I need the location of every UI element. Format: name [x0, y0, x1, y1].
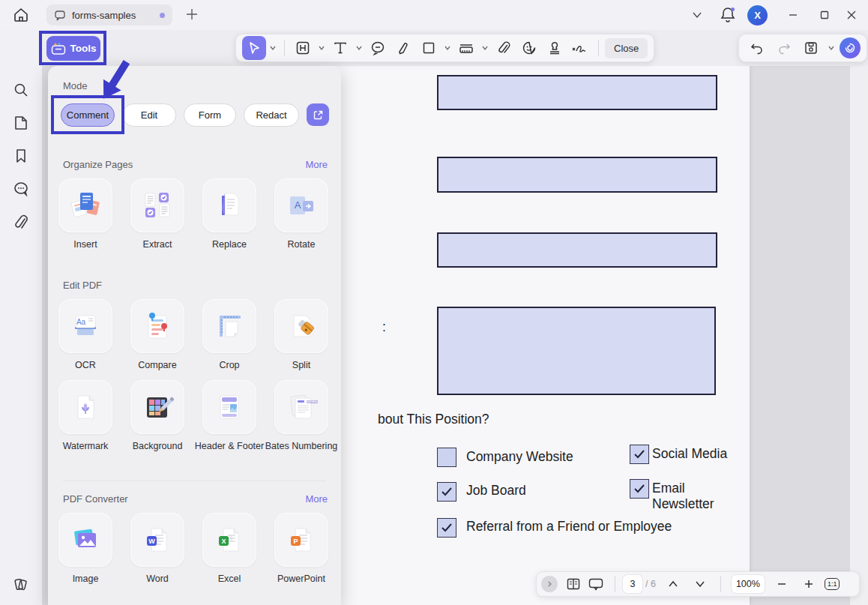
- checkbox-referral[interactable]: [437, 518, 456, 538]
- checkbox-label: Social Media: [652, 446, 727, 462]
- close-window-button[interactable]: [835, 0, 868, 30]
- chevron-down-icon: [695, 580, 705, 588]
- measure-tool-button[interactable]: [454, 36, 478, 60]
- bates-numbering-icon: 001123: [285, 391, 318, 424]
- mode-popout-button[interactable]: [307, 103, 329, 126]
- excel-icon: X: [213, 523, 246, 556]
- chevron-down-icon: [481, 44, 489, 52]
- user-avatar[interactable]: X: [747, 5, 768, 25]
- tool-bates-numbering[interactable]: 001123 Bates Numbering: [274, 380, 328, 453]
- undo-button[interactable]: [745, 36, 769, 60]
- tool-crop[interactable]: Crop: [202, 299, 256, 372]
- search-button[interactable]: [10, 79, 31, 100]
- presentation-button[interactable]: [585, 574, 607, 595]
- checkbox-email-newsletter[interactable]: [630, 479, 649, 499]
- checkbox-label: Email Newsletter: [652, 481, 750, 512]
- tool-insert[interactable]: Insert: [58, 178, 112, 251]
- form-text-field[interactable]: [437, 75, 717, 110]
- tool-ocr[interactable]: Aa OCR: [58, 299, 112, 372]
- attachment-button[interactable]: [492, 36, 516, 60]
- new-tab-button[interactable]: [184, 7, 199, 22]
- organize-more-link[interactable]: More: [305, 159, 328, 170]
- two-page-view-button[interactable]: [562, 574, 585, 595]
- checkbox-social-media[interactable]: [630, 445, 649, 464]
- close-toolbar-button[interactable]: Close: [605, 38, 648, 58]
- expand-bar-button[interactable]: [541, 576, 558, 592]
- save-chevron[interactable]: [826, 36, 837, 60]
- highlighter-button[interactable]: [391, 36, 415, 60]
- stamp-button[interactable]: [543, 36, 567, 60]
- highlight-heading-button[interactable]: [291, 36, 315, 60]
- bookmarks-button[interactable]: [10, 145, 31, 166]
- measure-tool-chevron[interactable]: [480, 36, 490, 60]
- tool-to-word[interactable]: W Word: [130, 513, 184, 586]
- quick-actions-toolbar: [738, 34, 867, 62]
- select-tool-button[interactable]: [242, 36, 266, 60]
- notifications-button[interactable]: [720, 6, 736, 24]
- highlighter-icon: [396, 40, 411, 55]
- replace-icon: [213, 189, 246, 222]
- page-thumbnails-button[interactable]: [10, 112, 31, 133]
- svg-text:P: P: [293, 538, 298, 545]
- form-text-field[interactable]: [437, 232, 717, 268]
- text-tool-button[interactable]: [328, 36, 352, 60]
- bell-icon: [720, 6, 736, 24]
- tool-to-excel[interactable]: X Excel: [202, 513, 256, 586]
- tool-background[interactable]: Background: [130, 380, 184, 453]
- shape-tool-chevron[interactable]: [442, 36, 453, 60]
- tool-split[interactable]: Split: [274, 299, 328, 372]
- mode-redact-button[interactable]: Redact: [244, 103, 299, 127]
- comments-panel-button[interactable]: [10, 178, 31, 199]
- home-icon: [12, 6, 30, 24]
- comment-toolbar: Close: [235, 34, 654, 62]
- chevron-down-icon: [828, 44, 835, 52]
- previous-page-button[interactable]: [662, 574, 684, 595]
- zoom-out-button[interactable]: [771, 574, 793, 595]
- save-button[interactable]: [799, 36, 823, 60]
- shape-tool-button[interactable]: [417, 36, 441, 60]
- svg-text:001123: 001123: [307, 400, 318, 404]
- mode-form-button[interactable]: Form: [184, 103, 236, 127]
- tool-watermark[interactable]: Watermark: [58, 380, 112, 453]
- page-number-input[interactable]: 3: [623, 575, 642, 593]
- titlebar: forms-samples X: [0, 0, 868, 30]
- checkbox-label: Referral from a Friend or Employee: [466, 519, 672, 535]
- form-text-field[interactable]: [437, 157, 717, 193]
- text-icon: [333, 40, 348, 55]
- attachments-panel-button[interactable]: [10, 211, 31, 232]
- ocr-icon: Aa: [69, 310, 102, 343]
- tool-header-footer[interactable]: Header & Footer: [202, 380, 256, 453]
- ai-assistant-button[interactable]: [840, 37, 861, 58]
- tool-compare[interactable]: Compare: [130, 299, 184, 372]
- pdf-converter-title: PDF Converter: [63, 493, 128, 505]
- heading-chevron[interactable]: [316, 36, 327, 60]
- tool-to-powerpoint[interactable]: P PowerPoint: [274, 513, 328, 586]
- text-tool-chevron[interactable]: [354, 36, 364, 60]
- checkbox-job-board[interactable]: [437, 482, 456, 502]
- theme-button[interactable]: [10, 574, 31, 595]
- form-textarea-field[interactable]: [437, 307, 716, 395]
- tool-rotate[interactable]: A Rotate: [274, 178, 328, 251]
- tool-replace[interactable]: Replace: [202, 178, 256, 251]
- minimize-button[interactable]: [777, 0, 810, 30]
- checkbox-company-website[interactable]: [437, 448, 456, 467]
- actual-size-button[interactable]: 1:1: [825, 578, 840, 590]
- comment-note-button[interactable]: [366, 36, 390, 60]
- document-tab[interactable]: forms-samples: [46, 4, 172, 25]
- redo-button[interactable]: [772, 36, 796, 60]
- zoom-level-input[interactable]: 100%: [732, 575, 765, 593]
- tab-list-button[interactable]: [691, 9, 703, 21]
- sticker-button[interactable]: [517, 36, 541, 60]
- compare-icon: [141, 310, 174, 343]
- tool-extract[interactable]: Extract: [130, 178, 184, 251]
- edit-pdf-title: Edit PDF: [63, 280, 102, 291]
- next-page-button[interactable]: [689, 574, 711, 595]
- tool-to-image[interactable]: Image: [58, 513, 112, 586]
- home-button[interactable]: [12, 6, 30, 24]
- comment-bubble-icon: [370, 40, 385, 55]
- zoom-in-button[interactable]: [798, 574, 820, 595]
- save-icon: [804, 40, 819, 55]
- signature-button[interactable]: [568, 36, 592, 60]
- converter-more-link[interactable]: More: [305, 493, 328, 505]
- select-tool-chevron[interactable]: [268, 36, 278, 60]
